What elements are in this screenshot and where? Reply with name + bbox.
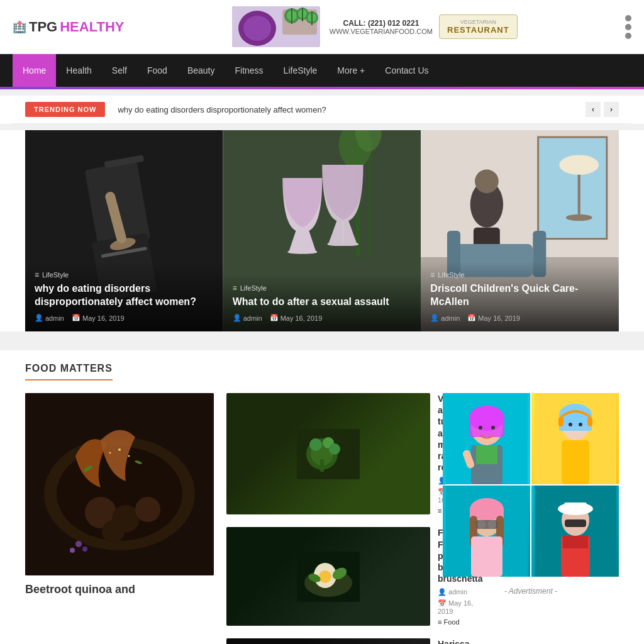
hero-card-2-category: ≡ LifeStyle	[233, 284, 412, 292]
top-header: 🏥 TPG HEALTHY	[0, 0, 644, 54]
nav-item-health[interactable]: Health	[56, 54, 101, 87]
trending-bar: TRENDING NOW why do eating disorders dis…	[13, 96, 631, 124]
category-icon: ≡	[35, 270, 39, 279]
food-thumb-1	[226, 393, 430, 514]
trending-prev-button[interactable]: ‹	[586, 102, 601, 117]
svg-rect-107	[564, 502, 587, 514]
hero-card-3-overlay: ≡ LifeStyle Driscoll Children's Quick Ca…	[421, 261, 619, 331]
header-food-image	[232, 6, 320, 47]
svg-rect-62	[320, 459, 324, 472]
svg-point-92	[579, 423, 582, 426]
nav-link-more[interactable]: More +	[327, 54, 375, 87]
sidebar-img-1	[443, 393, 530, 484]
svg-point-51	[128, 455, 130, 457]
sidebar-images: - Advertisment -	[443, 393, 619, 644]
nav-item-lifestyle[interactable]: LifeStyle	[274, 54, 328, 87]
svg-rect-103	[471, 536, 502, 577]
author-icon: 👤	[35, 314, 43, 322]
trending-wrapper: TRENDING NOW why do eating disorders dis…	[0, 96, 644, 124]
hero-card-1-category: ≡ LifeStyle	[35, 270, 214, 279]
svg-point-66	[319, 570, 331, 583]
nav-link-home[interactable]: Home	[13, 54, 56, 87]
svg-point-53	[75, 541, 82, 547]
calendar-icon-3: 📅	[467, 314, 476, 322]
svg-point-32	[560, 155, 599, 174]
hero-card-3-category: ≡ LifeStyle	[430, 270, 609, 279]
nav-item-beauty[interactable]: Beauty	[177, 54, 225, 87]
svg-point-61	[329, 443, 340, 455]
restaurant-badge: VEGETARIAN RESTAURANT	[439, 14, 518, 39]
food-list-item-2[interactable]: Fibre February: pea and bean bruschetta …	[226, 527, 430, 626]
calendar-icon: 📅	[72, 314, 80, 322]
nav-link-beauty[interactable]: Beauty	[177, 54, 225, 87]
nav-link-contact[interactable]: Contact Us	[375, 54, 438, 87]
food-matters-title: FOOD MATTERS	[25, 363, 113, 380]
phone-number: CALL: (221) 012 0221	[330, 19, 433, 28]
website-url: WWW.VEGETARIANFOOD.COM	[330, 28, 433, 35]
hero-card-1-category-label: LifeStyle	[42, 271, 69, 279]
svg-point-34	[566, 214, 592, 221]
svg-point-36	[475, 169, 499, 193]
nav-item-fitness[interactable]: Fitness	[225, 54, 273, 87]
svg-rect-30	[540, 138, 606, 237]
food-matters-grid: Beetroot quinoa and	[25, 393, 619, 644]
hero-card-2-overlay: ≡ LifeStyle What to do after a sexual as…	[223, 274, 421, 331]
hero-section: ≡ LifeStyle why do eating disorders disp…	[0, 130, 644, 331]
header-center: CALL: (221) 012 0221 WWW.VEGETARIANFOOD.…	[232, 6, 518, 47]
hero-card-3-meta: 👤 admin 📅 May 16, 2019	[430, 314, 609, 322]
social-icon-1[interactable]	[625, 15, 631, 21]
svg-point-91	[569, 423, 572, 426]
nav-link-lifestyle[interactable]: LifeStyle	[274, 54, 328, 87]
nav-link-food[interactable]: Food	[137, 54, 177, 87]
food-list-item-1[interactable]: Vegan almond, turmeric and kale miso ram…	[226, 393, 430, 514]
hero-card-1[interactable]: ≡ LifeStyle why do eating disorders disp…	[25, 130, 223, 331]
nav-link-self[interactable]: Self	[102, 54, 137, 87]
nav-item-food[interactable]: Food	[137, 54, 177, 87]
nav-item-self[interactable]: Self	[102, 54, 137, 87]
svg-rect-79	[469, 418, 504, 437]
nav-item-more[interactable]: More +	[327, 54, 375, 87]
nav-link-health[interactable]: Health	[56, 54, 101, 87]
food-list-item-3[interactable]: Harissa cauliflower, herby lentils and t…	[226, 638, 430, 644]
social-icon-3[interactable]	[625, 33, 631, 39]
hero-card-3-author: 👤 admin	[430, 314, 460, 322]
hero-card-3-title: Driscoll Children's Quick Care-McAllen	[430, 282, 609, 309]
trending-label: TRENDING NOW	[25, 102, 105, 117]
top-social-icons[interactable]	[625, 15, 631, 39]
hero-cards: ≡ LifeStyle why do eating disorders disp…	[25, 130, 619, 331]
category-icon-3: ≡	[430, 270, 435, 279]
hero-card-1-title: why do eating disorders disproportionate…	[35, 282, 214, 309]
nav-accent-line	[0, 87, 644, 89]
sidebar-img-3	[443, 486, 530, 577]
food-main-image	[25, 393, 214, 575]
advertisment-label: - Advertisment -	[443, 587, 619, 596]
hero-card-3[interactable]: ≡ LifeStyle Driscoll Children's Quick Ca…	[421, 130, 619, 331]
svg-rect-88	[559, 415, 592, 431]
hero-card-3-date: 📅 May 16, 2019	[467, 314, 520, 322]
svg-point-81	[491, 426, 495, 430]
nav-item-home[interactable]: Home	[13, 54, 56, 87]
svg-rect-83	[476, 445, 497, 464]
hero-card-1-meta: 👤 admin 📅 May 16, 2019	[35, 314, 214, 322]
food-main-card[interactable]: Beetroot quinoa and	[25, 393, 214, 644]
svg-point-52	[109, 452, 111, 454]
hero-card-2-category-label: LifeStyle	[240, 284, 267, 292]
svg-point-59	[309, 438, 322, 451]
food-list: Vegan almond, turmeric and kale miso ram…	[226, 393, 430, 644]
nav-item-contact[interactable]: Contact Us	[375, 54, 438, 87]
hero-card-2-meta: 👤 admin 📅 May 16, 2019	[233, 314, 412, 322]
site-logo[interactable]: 🏥 TPG HEALTHY	[13, 19, 125, 35]
nav-link-fitness[interactable]: Fitness	[225, 54, 273, 87]
social-icon-2[interactable]	[625, 24, 631, 30]
svg-point-80	[479, 426, 482, 430]
svg-rect-108	[565, 519, 586, 527]
logo-prefix: TPG	[29, 19, 57, 35]
author-icon-2: 👤	[233, 314, 242, 322]
svg-point-2	[243, 16, 271, 41]
svg-rect-93	[562, 440, 589, 484]
main-nav: Home Health Self Food Beauty Fitness Lif…	[0, 54, 644, 87]
trending-next-button[interactable]: ›	[604, 102, 619, 117]
svg-rect-110	[563, 536, 588, 548]
hero-card-2[interactable]: ≡ LifeStyle What to do after a sexual as…	[223, 130, 421, 331]
svg-point-50	[118, 448, 121, 451]
